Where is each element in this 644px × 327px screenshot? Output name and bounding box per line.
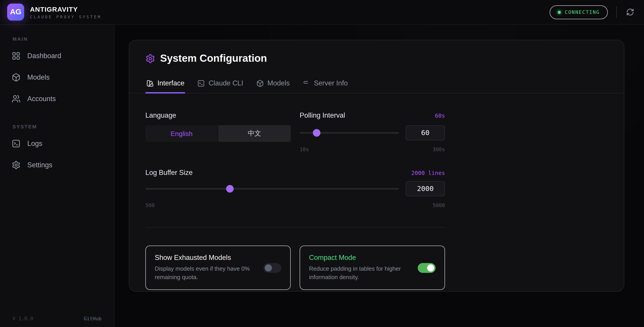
github-link[interactable]: GitHub [84, 316, 102, 322]
log-buffer-label: Log Buffer Size [145, 169, 192, 177]
slider-thumb[interactable] [226, 185, 234, 192]
polling-min-label: 10s [300, 146, 309, 152]
log-buffer-max-label: 5000 [433, 202, 445, 208]
tab-label: Models [268, 79, 290, 87]
gear-icon [145, 54, 155, 63]
sidebar-item-label: Dashboard [27, 52, 61, 60]
brand: AG ANTIGRAVITY CLAUDE PROXY SYSTEM [7, 4, 102, 20]
language-segmented-control: English 中文 [145, 125, 291, 142]
tab-label: Server Info [314, 79, 348, 87]
show-exhausted-models-description: Display models even if they have 0% rema… [155, 265, 253, 282]
compact-mode-card: Compact Mode Reduce padding in tables fo… [300, 246, 445, 290]
sidebar-item-models[interactable]: Models [6, 68, 108, 87]
language-option-english[interactable]: English [145, 125, 218, 142]
sidebar-item-label: Models [27, 73, 50, 82]
header-divider [616, 6, 617, 18]
polling-interval-slider[interactable] [300, 125, 399, 140]
polling-interval-input[interactable] [406, 125, 445, 140]
compact-mode-description: Reduce padding in tables for higher info… [309, 265, 408, 282]
app-subtitle: CLAUDE PROXY SYSTEM [30, 14, 102, 19]
slider-thumb[interactable] [313, 129, 320, 137]
tab-interface[interactable]: Interface [145, 75, 185, 93]
grid-icon [12, 52, 20, 60]
app-root: AG ANTIGRAVITY CLAUDE PROXY SYSTEM CONNE… [0, 0, 644, 327]
sidebar-section-main: MAIN [12, 36, 108, 42]
users-icon [12, 94, 20, 103]
gear-icon [12, 160, 20, 170]
log-buffer-input[interactable] [406, 181, 445, 196]
status-dot-icon [558, 10, 561, 14]
language-field: Language English 中文 [145, 112, 291, 152]
cube-icon [12, 73, 20, 82]
sidebar-item-label: Settings [27, 161, 52, 169]
app-title: ANTIGRAVITY [30, 5, 102, 13]
sidebar-item-logs[interactable]: Logs [6, 134, 108, 154]
refresh-button[interactable] [625, 7, 635, 17]
compact-mode-title: Compact Mode [309, 254, 408, 262]
toggle-knob [265, 264, 272, 272]
toggle-knob [427, 264, 434, 272]
log-buffer-value-chip: 2000 lines [411, 170, 445, 176]
log-buffer-field: Log Buffer Size 2000 lines 500 5000 [145, 169, 445, 208]
sidebar-section-system: SYSTEM [12, 124, 108, 129]
connection-status-badge: CONNECTING [550, 5, 608, 19]
terminal-icon [12, 139, 20, 148]
sidebar: MAIN Dashboard Models Accounts SYSTEM Lo… [0, 24, 114, 327]
polling-interval-label: Polling Interval [300, 112, 345, 120]
language-label: Language [145, 112, 176, 120]
sidebar-item-accounts[interactable]: Accounts [6, 89, 108, 109]
version-label: V 1.0.0 [12, 316, 33, 322]
tab-server-info[interactable]: Server Info [302, 75, 349, 93]
language-option-chinese[interactable]: 中文 [218, 125, 291, 142]
app-logo: AG [7, 4, 24, 20]
polling-max-label: 300s [433, 146, 445, 152]
polling-interval-value-chip: 60s [435, 112, 445, 119]
section-divider [145, 227, 445, 228]
log-buffer-slider[interactable] [145, 181, 399, 196]
slider-track [145, 188, 399, 190]
system-configuration-panel: System Configuration Interface Claude CL… [129, 40, 624, 292]
terminal-icon [198, 80, 205, 87]
settings-tabs: Interface Claude CLI Models Server Info [129, 75, 624, 94]
tab-claude-cli[interactable]: Claude CLI [196, 75, 244, 93]
sidebar-item-label: Accounts [27, 95, 56, 103]
status-label: CONNECTING [565, 9, 600, 15]
main-content: System Configuration Interface Claude CL… [114, 24, 644, 327]
show-exhausted-models-card: Show Exhausted Models Display models eve… [145, 246, 291, 290]
top-header: AG ANTIGRAVITY CLAUDE PROXY SYSTEM CONNE… [0, 0, 644, 24]
refresh-icon [626, 8, 634, 16]
show-exhausted-models-toggle[interactable] [264, 263, 281, 273]
interface-tab-panel: Language English 中文 Polling Interval 60s [129, 94, 461, 290]
swatchbook-icon [146, 80, 154, 87]
sidebar-item-label: Logs [27, 140, 42, 148]
sidebar-item-settings[interactable]: Settings [6, 155, 108, 175]
page-title: System Configuration [160, 52, 267, 64]
sidebar-item-dashboard[interactable]: Dashboard [6, 46, 108, 66]
tab-label: Interface [158, 79, 184, 87]
show-exhausted-models-title: Show Exhausted Models [155, 254, 253, 262]
server-icon [303, 80, 310, 87]
log-buffer-min-label: 500 [145, 202, 155, 208]
tab-label: Claude CLI [209, 79, 243, 87]
compact-mode-toggle[interactable] [418, 263, 436, 273]
polling-interval-field: Polling Interval 60s 10s 30 [300, 112, 445, 152]
cube-icon [256, 80, 264, 87]
tab-models[interactable]: Models [255, 75, 291, 93]
